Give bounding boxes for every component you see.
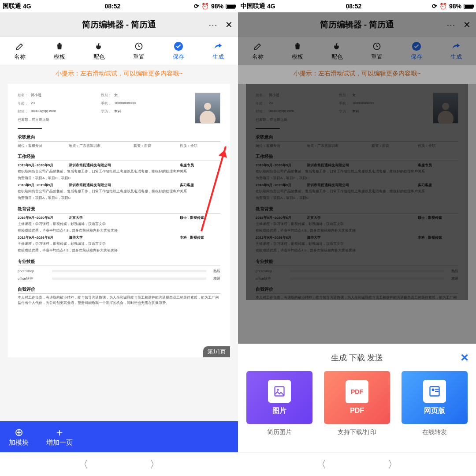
hint-text: 小提示：左右滑动试试，可以编辑更多内容哦~ xyxy=(238,65,476,84)
sheet-title: 生成 下载 发送 xyxy=(331,352,383,363)
page-title: 简历编辑器 - 简历通 xyxy=(82,19,156,30)
flame-icon xyxy=(332,41,342,51)
pdf-icon: PDF xyxy=(346,380,368,403)
clock: 08:52 xyxy=(104,3,120,10)
close-icon[interactable]: ✕ xyxy=(225,19,233,30)
export-sheet: 生成 下载 发送 ✕ 图片简历图片PDFPDF支持下载/打印网页版在线转发 xyxy=(238,344,476,452)
next-icon[interactable]: 〉 xyxy=(388,458,398,471)
plus-icon: ＋ xyxy=(54,427,65,438)
export-card-img[interactable]: 图片简历图片 xyxy=(246,371,312,436)
avatar-photo xyxy=(195,93,220,124)
clock-icon xyxy=(372,41,382,51)
toolbar-share[interactable]: 生成 xyxy=(198,37,238,65)
toolbar-bag[interactable]: 模板 xyxy=(40,37,79,65)
alarm-icon: ⏰ xyxy=(439,3,447,10)
web-icon xyxy=(423,380,446,403)
plus-circle-icon: ⊕ xyxy=(15,427,23,438)
toolbar-flame[interactable]: 配色 xyxy=(317,37,357,65)
screen-left: 国联通 4G 08:52 ⟳ ⏰ 98% 简历编辑器 - 简历通 ⋯ ✕ 名称模… xyxy=(0,0,238,452)
battery-icon xyxy=(226,4,235,9)
bottom-pager: 〈 〉 xyxy=(0,452,238,476)
more-icon[interactable]: ⋯ xyxy=(446,19,455,30)
check-icon xyxy=(412,41,421,51)
add-page-button[interactable]: ＋ 增加一页 xyxy=(46,427,73,447)
app-header: 简历编辑器 - 简历通 ⋯ ✕ xyxy=(0,12,238,37)
battery-icon xyxy=(464,4,473,9)
carrier: 国联通 xyxy=(3,2,21,10)
resume-document: 姓名：简小通性别：女年龄：23手机：18888888888邮箱：88888@qq… xyxy=(246,84,468,300)
toolbar-flame[interactable]: 配色 xyxy=(79,37,119,65)
svg-point-5 xyxy=(277,389,279,391)
carrier: 中国联通 xyxy=(241,2,265,10)
share-icon xyxy=(213,41,223,51)
network: 4G xyxy=(267,3,275,10)
img-icon xyxy=(268,380,291,403)
page-indicator: 第1/1页 xyxy=(203,346,230,357)
toolbar-edit[interactable]: 名称 xyxy=(238,37,278,65)
toolbar-check[interactable]: 保存 xyxy=(159,37,198,65)
resume-canvas[interactable]: 姓名：简小通性别：女年龄：23手机：18888888888邮箱：88888@qq… xyxy=(0,84,238,452)
screen-right: 中国联通 4G 08:52 ⟳ ⏰ 98% 简历编辑器 - 简历通 ⋯ ✕ 名称… xyxy=(238,0,476,452)
status-bar: 国联通 4G 08:52 ⟳ ⏰ 98% xyxy=(0,0,238,12)
edit-icon xyxy=(253,41,263,51)
bottom-action-bar: ⊕ 加模块 ＋ 增加一页 xyxy=(0,421,238,452)
hint-text: 小提示：左右滑动试试，可以编辑更多内容哦~ xyxy=(0,65,238,84)
page-title: 简历编辑器 - 简历通 xyxy=(320,19,394,30)
svg-rect-9 xyxy=(435,390,439,391)
network: 4G xyxy=(23,3,31,10)
export-card-web[interactable]: 网页版在线转发 xyxy=(402,371,468,436)
prev-icon[interactable]: 〈 xyxy=(78,458,88,471)
more-icon[interactable]: ⋯ xyxy=(208,19,217,30)
bottom-pager: 〈 〉 xyxy=(238,452,476,476)
toolbar: 名称模板配色重置保存生成 xyxy=(238,37,476,65)
avatar-photo xyxy=(433,93,458,124)
bag-icon xyxy=(293,41,302,51)
sheet-close-button[interactable]: ✕ xyxy=(460,352,469,364)
next-icon[interactable]: 〉 xyxy=(150,458,160,471)
flame-icon xyxy=(94,41,104,51)
battery-pct: 98% xyxy=(449,3,461,10)
status-bar: 中国联通 4G 08:52 ⟳ ⏰ 98% xyxy=(238,0,476,12)
check-icon xyxy=(174,41,183,51)
app-header: 简历编辑器 - 简历通 ⋯ ✕ xyxy=(238,12,476,37)
toolbar: 名称模板配色重置保存生成 xyxy=(0,37,238,65)
toolbar-share[interactable]: 生成 xyxy=(436,37,476,65)
clock-icon xyxy=(134,41,144,51)
resume-document[interactable]: 姓名：简小通性别：女年龄：23手机：18888888888邮箱：88888@qq… xyxy=(8,84,230,357)
alarm-icon: ⏰ xyxy=(201,3,209,10)
svg-rect-8 xyxy=(435,389,439,390)
close-icon[interactable]: ✕ xyxy=(463,19,471,30)
clock: 08:52 xyxy=(346,3,361,10)
edit-icon xyxy=(15,41,25,51)
lock-icon: ⟳ xyxy=(432,3,437,10)
toolbar-bag[interactable]: 模板 xyxy=(278,37,317,65)
toolbar-check[interactable]: 保存 xyxy=(397,37,436,65)
lock-icon: ⟳ xyxy=(194,3,199,10)
svg-point-7 xyxy=(432,388,435,391)
bag-icon xyxy=(55,41,64,51)
battery-pct: 98% xyxy=(211,3,223,10)
toolbar-edit[interactable]: 名称 xyxy=(0,37,40,65)
toolbar-clock[interactable]: 重置 xyxy=(119,37,159,65)
export-card-pdf[interactable]: PDFPDF支持下载/打印 xyxy=(324,371,390,436)
add-block-button[interactable]: ⊕ 加模块 xyxy=(9,427,29,447)
prev-icon[interactable]: 〈 xyxy=(316,458,326,471)
share-icon xyxy=(451,41,461,51)
toolbar-clock[interactable]: 重置 xyxy=(357,37,397,65)
